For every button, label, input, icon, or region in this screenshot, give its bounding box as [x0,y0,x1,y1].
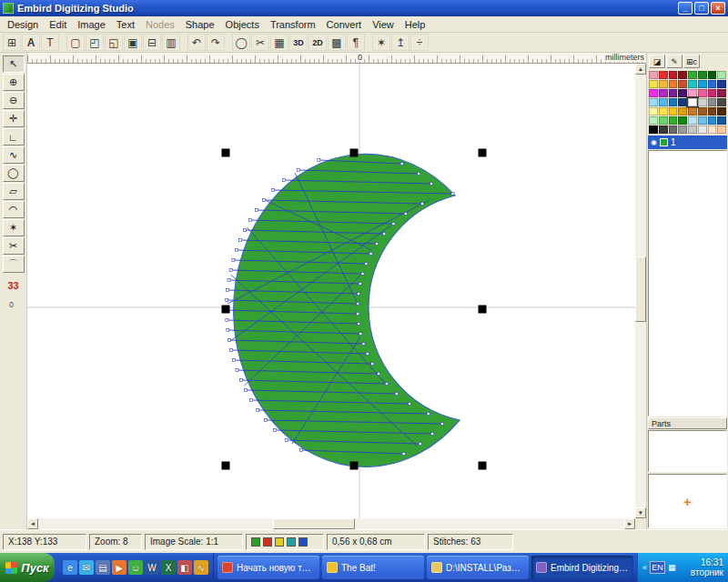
view-2d-button[interactable]: 2D [308,34,327,51]
taskbar-task[interactable]: D:\INSTALL\Разное\Embird [427,556,529,579]
color-swatch[interactable] [659,98,668,106]
menu-design[interactable]: Design [2,17,44,32]
scroll-left-button[interactable]: ◄ [27,518,38,529]
winamp-icon[interactable]: ∿ [194,560,208,575]
horizontal-scroll-track[interactable] [38,518,624,529]
color-swatch[interactable] [708,89,717,97]
zoom-in-tool[interactable]: ⊕ [3,74,25,91]
color-swatch[interactable] [649,89,658,97]
color-swatch[interactable] [698,125,707,134]
design-grid-button[interactable]: ⊞ [3,34,21,51]
color-swatch[interactable] [708,71,717,79]
color-swatch[interactable] [659,107,668,115]
color-swatch[interactable] [678,125,687,134]
color-swatch[interactable] [708,107,717,115]
color-swatch[interactable] [678,71,687,79]
color-swatch[interactable] [678,89,687,97]
parts-list[interactable] [648,430,727,472]
copy-button[interactable]: ▥ [162,34,180,51]
color-swatch[interactable] [717,80,726,88]
color-swatch[interactable] [659,71,668,79]
color-swatch[interactable] [708,98,717,106]
select-tool[interactable]: ↖ [3,55,25,73]
color-swatch[interactable] [698,71,707,79]
object-list[interactable] [648,150,727,416]
color-swatch[interactable] [698,98,707,106]
language-indicator[interactable]: EN [650,561,665,574]
color-swatch[interactable] [659,116,668,125]
vertical-scrollbar[interactable]: ▲ ▼ [635,64,646,518]
selection-handle[interactable] [222,149,230,157]
color-swatch[interactable] [717,107,726,115]
layer-row[interactable]: ◉ 1 [648,135,727,149]
outlook-express-icon[interactable]: ✉ [79,560,94,575]
taskbar-task[interactable]: The Bat! [322,556,424,579]
menu-help[interactable]: Help [399,17,431,32]
color-swatch[interactable] [717,98,726,106]
selection-handle[interactable] [222,306,230,314]
color-swatch[interactable] [708,116,717,125]
color-swatch[interactable] [649,98,658,106]
menu-view[interactable]: View [367,17,399,32]
view-3d-button[interactable]: 3D [289,34,308,51]
taskbar-clock[interactable]: 16:31 вторник [691,557,723,577]
color-swatch[interactable] [688,71,697,79]
color-swatch[interactable] [649,107,658,115]
pattern-button[interactable]: ▩ [328,34,346,51]
horizontal-scroll-thumb[interactable] [273,518,355,529]
menu-edit[interactable]: Edit [44,17,72,32]
taskbar-task[interactable]: Embird Digitizing Stud... [531,556,633,579]
vertical-scroll-track[interactable] [635,75,646,507]
mesh-button[interactable]: ▦ [270,34,288,51]
start-button[interactable]: Пуск [0,553,55,582]
internet-explorer-icon[interactable]: e [63,560,77,575]
scissors-button[interactable]: ✂ [251,34,269,51]
color-swatch[interactable] [678,98,687,106]
lettering-button[interactable]: A [22,34,40,51]
freehand-tool[interactable]: ∿ [3,146,25,164]
minimize-button[interactable]: _ [678,2,693,15]
menu-objects[interactable]: Objects [220,17,265,32]
menu-shape[interactable]: Shape [180,17,220,32]
design-drawing[interactable] [27,64,635,518]
messenger-icon[interactable]: ☺ [128,560,143,575]
undo-button[interactable]: ↶ [187,34,206,51]
fill-tool[interactable]: ✶ [3,219,25,236]
save-design-button[interactable]: ▣ [124,34,142,51]
color-swatch[interactable] [669,89,678,97]
horizontal-scrollbar[interactable]: ◄ ► [27,518,635,529]
color-swatch[interactable] [659,89,668,97]
polygon-tool[interactable]: ▱ [3,183,25,200]
color-swatch[interactable] [688,107,697,115]
selection-handle[interactable] [479,462,487,470]
scroll-right-button[interactable]: ► [624,518,635,529]
selection-handle[interactable] [479,306,487,314]
media-player-icon[interactable]: ▶ [112,560,126,575]
color-swatch[interactable] [698,80,707,88]
color-swatch[interactable] [688,116,697,125]
color-swatch[interactable] [717,71,726,79]
scroll-down-button[interactable]: ▼ [635,507,646,518]
menu-image[interactable]: Image [72,17,111,32]
ellipse-button[interactable]: ◯ [232,34,250,51]
color-swatch[interactable] [688,98,697,106]
keyboard-tray-icon[interactable]: ▦ [668,563,676,572]
maximize-button[interactable]: □ [694,2,709,15]
word-icon[interactable]: W [145,560,159,575]
selection-handle[interactable] [350,149,359,157]
color-swatch[interactable] [708,80,717,88]
text-tool-button[interactable]: T [41,34,59,51]
color-swatch[interactable] [688,89,697,97]
color-swatch[interactable] [717,89,726,97]
palette-mode-button[interactable]: ◪ [649,55,665,68]
color-swatch[interactable] [669,98,678,106]
divide-button[interactable]: ÷ [410,34,429,51]
color-swatch[interactable] [688,80,697,88]
new-design-button[interactable]: ▢ [66,34,85,51]
color-swatch[interactable] [669,125,678,134]
print-button[interactable]: ⊟ [143,34,161,51]
open-design-button[interactable]: ◰ [86,34,104,51]
color-swatch[interactable] [669,80,678,88]
paint-icon[interactable]: ◧ [177,560,192,575]
ellipse-tool[interactable]: ◯ [3,165,25,182]
